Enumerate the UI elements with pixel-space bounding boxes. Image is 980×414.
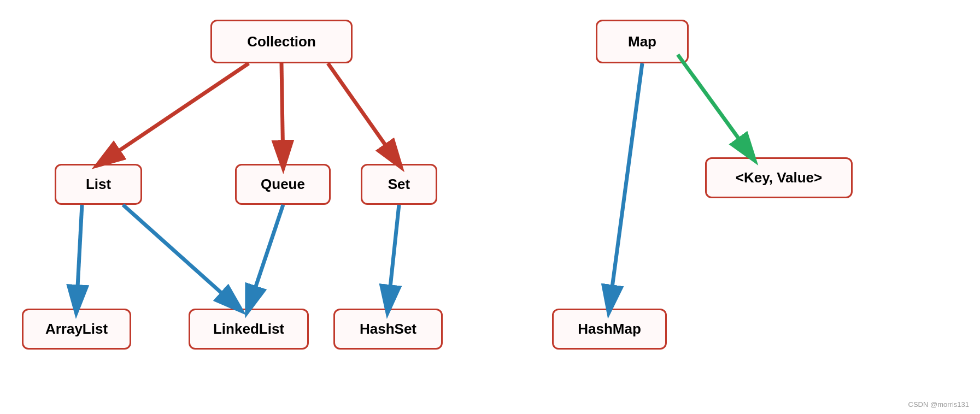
arrow-map-keyvalue [678, 55, 752, 156]
arrow-collection-set [328, 63, 398, 163]
set-node: Set [361, 164, 437, 205]
arrow-collection-list [101, 63, 249, 163]
arrows-svg [0, 0, 980, 414]
hashmap-node: HashMap [552, 309, 667, 350]
arraylist-node: ArrayList [22, 309, 131, 350]
list-node: List [55, 164, 142, 205]
queue-node: Queue [235, 164, 331, 205]
arrow-map-hashmap [609, 63, 642, 307]
linkedlist-node: LinkedList [189, 309, 309, 350]
arrow-collection-queue [281, 63, 283, 163]
arrow-list-linkedlist [123, 205, 238, 307]
collection-node: Collection [210, 20, 353, 63]
arrow-queue-linkedlist [249, 205, 283, 307]
arrow-set-hashset [388, 205, 399, 307]
map-node: Map [596, 20, 689, 63]
watermark: CSDN @morris131 [908, 400, 969, 409]
diagram: Collection List Queue Set ArrayList Link… [0, 0, 980, 414]
hashset-node: HashSet [333, 309, 443, 350]
keyvalue-node: <Key, Value> [705, 157, 853, 198]
arrow-list-arraylist [77, 205, 82, 307]
